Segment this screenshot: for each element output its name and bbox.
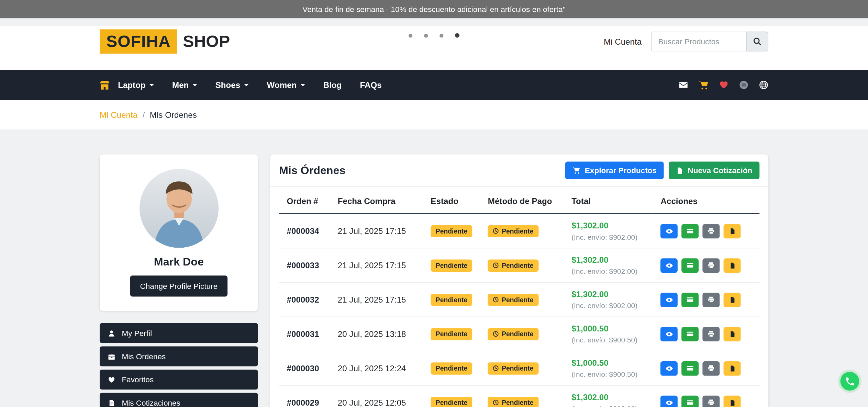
cart-icon[interactable] [699,80,709,90]
download-pdf-button[interactable] [724,361,741,375]
order-total: $1,302.00 [571,392,645,402]
wishlist-icon[interactable] [719,80,728,90]
download-pdf-button[interactable] [724,292,741,307]
pay-order-button[interactable] [682,361,699,375]
order-number: #000033 [287,261,319,270]
clock-icon [493,228,499,234]
nav-item-shoes[interactable]: Shoes [215,80,249,90]
header-right: Mi Cuenta [604,32,768,52]
clock-icon [493,262,499,269]
printer-icon [708,262,715,269]
status-badge: Pendiente [431,396,472,407]
account-sidebar: Mark Doe Change Profile Picture My Perfi… [100,154,258,407]
printer-icon [708,399,715,406]
shipping-note: (Inc. envío: $902.00) [571,405,645,407]
sidebar-item-favoritos[interactable]: Favoritos [100,370,258,389]
download-pdf-button[interactable] [724,258,741,273]
row-actions [661,258,752,273]
order-date: 21 Jul, 2025 17:15 [338,226,406,236]
view-order-button[interactable] [661,292,678,307]
search-input[interactable] [651,32,746,52]
orders-panel: Mis Órdenes Explorar Productos Nueva Cot… [270,154,768,407]
pay-order-button[interactable] [682,395,699,407]
nav-item-men[interactable]: Men [172,80,197,90]
table-header-row: Orden # Fecha Compra Estado Método de Pa… [279,187,759,214]
view-order-button[interactable] [661,258,678,273]
eye-icon [665,261,673,269]
print-order-button[interactable] [703,395,720,407]
clock-icon [493,365,499,371]
nav-item-women[interactable]: Women [267,80,305,90]
view-order-button[interactable] [661,361,678,375]
sidebar-item-my-perfil[interactable]: My Perfil [100,323,258,343]
chevron-down-icon [244,84,248,86]
print-order-button[interactable] [703,258,720,273]
search-icon [753,37,762,46]
mail-icon[interactable] [679,80,688,90]
view-order-button[interactable] [661,224,678,238]
table-row: #000031 20 Jul, 2025 13:18 Pendiente Pen… [279,317,759,351]
nav-item-laptop[interactable]: Laptop [118,80,154,90]
breadcrumb-current: Mis Ordenes [150,110,197,120]
new-quote-button[interactable]: Nueva Cotización [669,161,760,179]
view-order-button[interactable] [661,327,678,341]
clock-icon [493,399,499,406]
heart-icon [108,376,115,383]
nav-item-faqs[interactable]: FAQs [360,80,382,90]
download-pdf-button[interactable] [724,327,741,341]
payment-status-label: Pendiente [502,364,533,372]
row-actions [661,292,752,307]
print-order-button[interactable] [703,327,720,341]
eye-icon [665,399,673,407]
explore-products-button[interactable]: Explorar Productos [565,161,664,179]
sidebar-item-mis-cotizaciones[interactable]: Mis Cotizaciones [100,393,258,407]
logo[interactable]: SOFIHA SHOP [100,29,230,54]
order-date: 20 Jul, 2025 12:24 [338,363,406,373]
column-header-payment: Método de Pago [480,187,564,214]
print-order-button[interactable] [703,292,720,307]
download-pdf-button[interactable] [724,224,741,238]
carousel-dot-2[interactable] [424,33,428,37]
orders-table-wrap: Orden # Fecha Compra Estado Método de Pa… [270,187,768,407]
nav-item-blog[interactable]: Blog [323,80,342,90]
carousel-dot-1[interactable] [409,33,412,37]
change-profile-picture-button[interactable]: Change Profile Picture [130,275,228,296]
pay-order-button[interactable] [682,327,699,341]
table-row: #000029 20 Jul, 2025 12:05 Pendiente Pen… [279,385,759,407]
carousel-dot-4[interactable] [455,33,459,38]
orders-header-actions: Explorar Productos Nueva Cotización [565,161,759,179]
eye-icon [665,296,673,304]
store-icon[interactable] [100,80,110,90]
download-pdf-button[interactable] [724,395,741,407]
pdf-file-icon [729,365,735,371]
breadcrumb-account-link[interactable]: Mi Cuenta [100,110,137,120]
status-badge: Pendiente [431,294,472,306]
column-header-order: Orden # [279,187,330,214]
pay-order-button[interactable] [682,258,699,273]
nav-item-label: Laptop [118,80,146,90]
print-order-button[interactable] [703,361,720,375]
print-order-button[interactable] [703,224,720,238]
eye-icon [665,364,673,372]
whatsapp-button[interactable] [840,372,859,391]
document-icon [108,399,115,406]
account-link[interactable]: Mi Cuenta [604,37,642,46]
order-number: #000030 [287,363,319,373]
sidebar-item-mis-ordenes[interactable]: Mis Ordenes [100,346,258,366]
pay-order-button[interactable] [682,292,699,307]
breadcrumb: Mi Cuenta / Mis Ordenes [0,100,868,129]
language-icon[interactable] [759,80,768,90]
printer-icon [708,365,715,372]
credit-card-icon [687,262,694,269]
search-button[interactable] [746,32,768,52]
view-order-button[interactable] [661,395,678,407]
compare-icon[interactable] [739,80,748,90]
pay-order-button[interactable] [682,224,699,238]
logo-secondary: SHOP [183,32,230,51]
announcement-text: Venta de fin de semana - 10% de descuent… [302,5,565,14]
briefcase-icon [108,353,115,360]
user-icon [108,329,115,337]
nav-icons [679,80,768,90]
shipping-note: (Inc. envío: $900.50) [571,370,645,378]
carousel-dot-3[interactable] [439,33,443,37]
